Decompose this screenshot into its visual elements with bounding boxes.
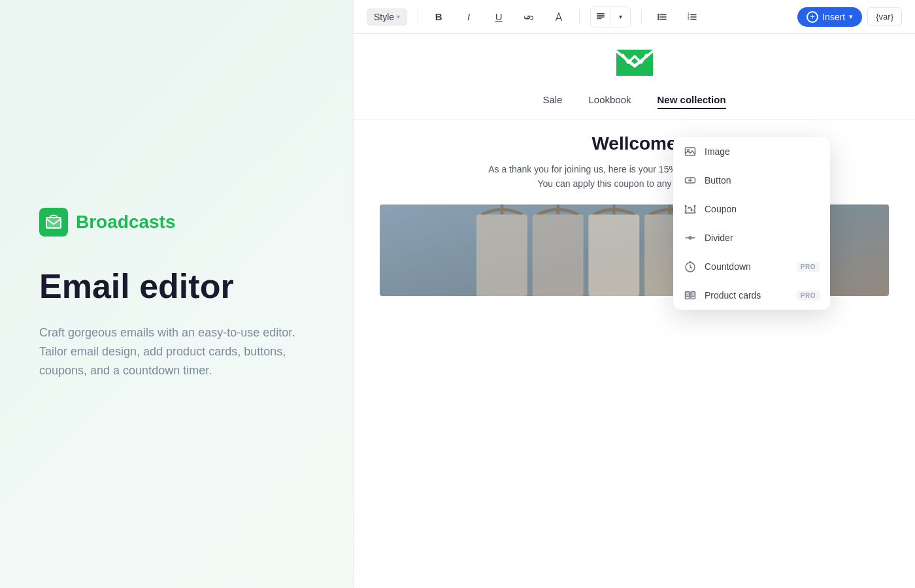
countdown-label: Countdown [705,261,789,272]
svg-line-47 [690,267,692,269]
align-button-group: ▾ [590,7,631,27]
svg-rect-26 [588,214,639,296]
unordered-list-button[interactable] [652,7,672,27]
dropdown-item-divider[interactable]: Divider [673,223,830,252]
image-icon [684,145,697,158]
broadcasts-logo-icon [45,214,62,231]
brand-name: Broadcasts [76,212,176,233]
toolbar-divider-2 [579,9,580,25]
svg-rect-24 [533,214,584,296]
italic-button[interactable]: I [459,7,478,27]
ordered-list-button[interactable]: 1.2.3. [682,7,702,27]
toolbar: Style ▾ B I U ▾ 1.2.3. [354,0,915,34]
underline-button[interactable]: U [489,7,508,27]
chevron-down-icon: ▾ [397,13,400,20]
insert-chevron-icon: ▾ [849,12,853,21]
email-logo-icon [616,50,653,76]
left-panel: Broadcasts Email editor Craft gorgeous e… [0,0,353,588]
toolbar-divider-3 [641,9,642,25]
brand-icon [39,208,68,237]
svg-text:3.: 3. [688,17,690,20]
text-color-button[interactable] [549,7,569,27]
align-button[interactable] [591,7,610,27]
button-icon [684,174,697,187]
toolbar-divider-1 [418,9,418,25]
svg-rect-55 [691,293,695,296]
button-label: Button [705,175,820,186]
align-chevron-button[interactable]: ▾ [610,7,630,27]
product-cards-icon [684,289,697,302]
svg-line-39 [690,207,692,210]
svg-point-40 [688,207,689,208]
divider-label: Divider [705,233,820,243]
toolbar-right: + Insert ▾ {var} [797,7,902,27]
dropdown-item-countdown[interactable]: Countdown PRO [673,252,830,281]
coupon-icon [684,203,697,216]
insert-label: Insert [822,12,845,22]
insert-button[interactable]: + Insert ▾ [797,7,862,27]
product-cards-pro-badge: PRO [797,291,820,301]
svg-point-4 [657,18,659,20]
dropdown-item-button[interactable]: Button [673,166,830,195]
svg-point-3 [657,16,659,18]
product-cards-label: Product cards [705,290,789,301]
email-nav: Sale Lookbook New collection [354,84,915,120]
dropdown-item-image[interactable]: Image [673,137,830,166]
page-title: Email editor [39,268,314,305]
svg-rect-54 [686,293,690,296]
bold-button[interactable]: B [429,7,448,27]
coupon-label: Coupon [705,204,820,214]
nav-item-lookbook[interactable]: Lookbook [588,94,631,109]
countdown-pro-badge: PRO [797,262,820,272]
countdown-icon [684,260,697,273]
dropdown-item-product-cards[interactable]: Product cards PRO [673,281,830,310]
dropdown-item-coupon[interactable]: Coupon [673,195,830,223]
divider-icon [684,231,697,244]
page-description: Craft gorgeous emails with an easy-to-us… [39,323,314,380]
plus-circle-icon: + [807,11,818,23]
var-button[interactable]: {var} [867,7,902,26]
brand-row: Broadcasts [39,208,314,237]
svg-rect-0 [46,218,61,228]
image-label: Image [705,146,820,157]
email-preview: Sale Lookbook New collection Wellcome As… [354,34,915,588]
nav-item-sale[interactable]: Sale [542,94,562,109]
insert-dropdown-menu: Image Button Coupon [673,137,830,310]
editor-area: Style ▾ B I U ▾ 1.2.3. [353,0,915,588]
link-button[interactable] [519,7,539,27]
svg-rect-22 [476,214,527,296]
style-dropdown[interactable]: Style ▾ [367,8,407,25]
nav-item-new-collection[interactable]: New collection [657,94,726,109]
email-logo-area [354,34,915,84]
email-body: Wellcome As a thank you for joining us, … [354,120,915,588]
svg-point-2 [657,14,659,16]
svg-point-41 [691,210,691,210]
style-label: Style [374,12,394,22]
svg-rect-33 [686,148,695,155]
